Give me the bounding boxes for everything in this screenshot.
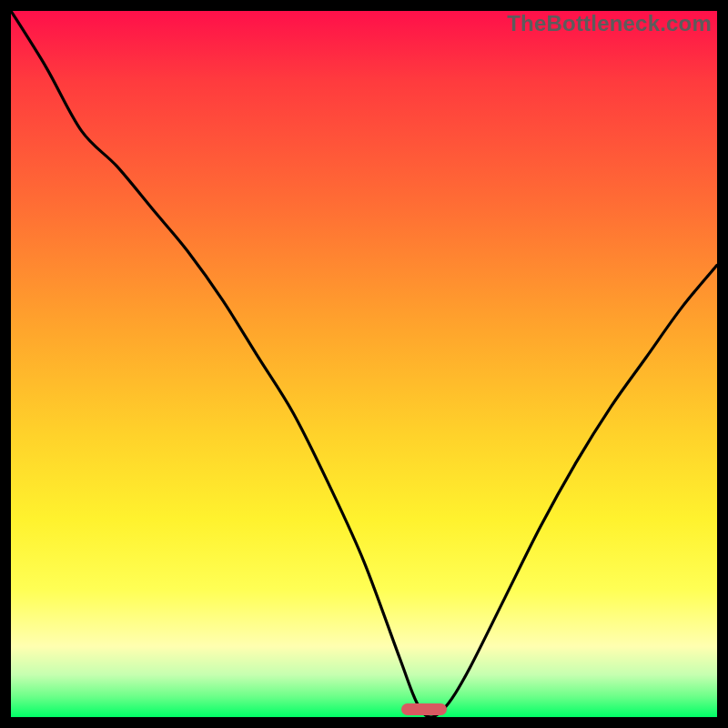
optimum-marker: [401, 703, 447, 715]
curve-path: [11, 11, 717, 717]
chart-frame: TheBottleneck.com: [0, 0, 728, 728]
bottleneck-curve: [11, 11, 717, 717]
plot-area: TheBottleneck.com: [11, 11, 717, 717]
